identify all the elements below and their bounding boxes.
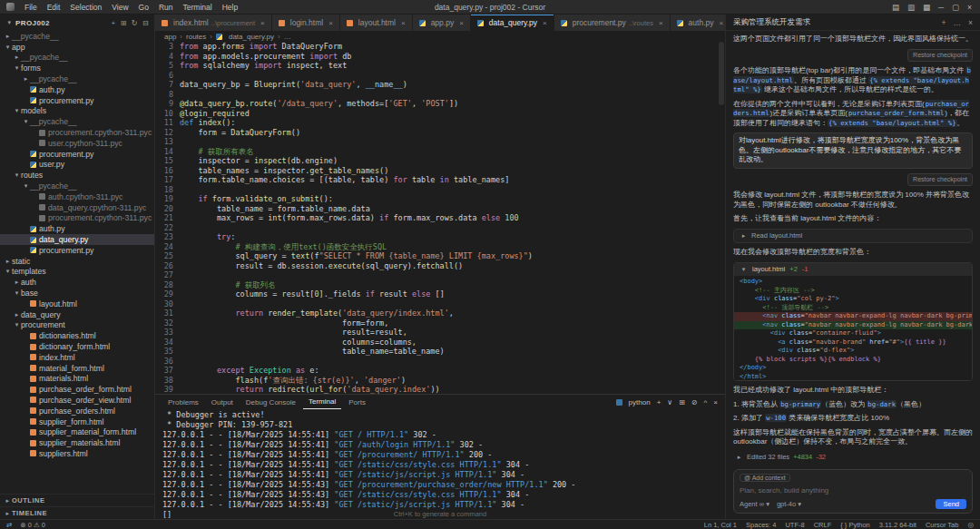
tree-folder-__pycache__[interactable]: ▾__pycache__ xyxy=(0,116,154,127)
cursor-position[interactable]: Ln 1, Col 1 xyxy=(704,521,737,529)
code-line[interactable]: 32 form=form, xyxy=(155,318,725,328)
close-tab-icon[interactable]: × xyxy=(659,19,663,27)
tree-file-suppliers.html[interactable]: suppliers.html xyxy=(0,448,154,459)
tree-file-supplier_materials.html[interactable]: supplier_materials.html xyxy=(0,437,154,448)
python-version[interactable]: 3.11.2 64-bit xyxy=(879,521,916,529)
tree-folder-models[interactable]: ▾models xyxy=(0,106,154,117)
close-tab-icon[interactable]: × xyxy=(328,19,333,27)
tree-folder-data_query[interactable]: ▸data_query xyxy=(0,309,154,320)
code-line[interactable]: 9@data_query_bp.route('/data_query', met… xyxy=(155,99,725,109)
timeline-section[interactable]: ▸ TIMELINE xyxy=(0,506,154,519)
tree-file-auth.cpython-311.pyc[interactable]: auth.cpython-311.pyc xyxy=(0,191,154,202)
code-line[interactable]: 35 table_name=table_name) xyxy=(155,347,725,357)
new-terminal-icon[interactable]: + xyxy=(657,398,662,407)
code-line[interactable]: 17 form.table_name.choices = [(table, ta… xyxy=(155,175,725,185)
tree-folder-base[interactable]: ▾base xyxy=(0,288,154,299)
tree-file-supplier_material_form.html[interactable]: supplier_material_form.html xyxy=(0,426,154,437)
collapse-folders-icon[interactable]: ⊟ xyxy=(142,19,149,27)
tree-file-procurement.cpython-311.pyc[interactable]: procurement.cpython-311.pyc xyxy=(0,213,154,224)
tree-file-procurement.cpython-311.pyc[interactable]: procurement.cpython-311.pyc xyxy=(0,127,154,138)
editor-tab-procurement.py[interactable]: procurement.py..\routes× xyxy=(554,15,671,31)
code-line[interactable]: 23 try: xyxy=(155,232,725,242)
kill-terminal-icon[interactable]: ⊘ xyxy=(691,398,698,407)
editor-scrollbar[interactable] xyxy=(719,42,724,105)
code-line[interactable]: 37 except Exception as e: xyxy=(155,366,725,376)
close-panel-icon[interactable]: × xyxy=(713,398,718,407)
code-line[interactable]: 27 xyxy=(155,270,725,280)
tree-file-user.py[interactable]: user.py xyxy=(0,160,154,171)
tree-file-data_query.py[interactable]: data_query.py xyxy=(0,234,154,245)
code-line[interactable]: 13 xyxy=(155,137,725,147)
layout-sidebar-icon[interactable]: ▥ xyxy=(907,3,915,12)
new-chat-icon[interactable]: + xyxy=(942,18,946,27)
chat-input[interactable]: @ Add context Plan, search, build anythi… xyxy=(733,469,973,514)
menu-selection[interactable]: Selection xyxy=(65,3,106,12)
code-line[interactable]: 15 inspector = inspect(db.engine) xyxy=(155,156,725,166)
send-button[interactable]: Send xyxy=(936,499,966,509)
tool-call-read-file[interactable]: ▸Read layout.html xyxy=(733,229,973,244)
menu-file[interactable]: File xyxy=(20,3,42,12)
code-line[interactable]: 38 flash(f'查询出错: {str(e)}', 'danger') xyxy=(155,376,725,386)
tree-file-materials.html[interactable]: materials.html xyxy=(0,374,154,385)
add-context-button[interactable]: @ Add context xyxy=(740,474,790,482)
breadcrumb[interactable]: app›routes›data_query.py›… xyxy=(155,31,725,42)
tree-file-data_query.cpython-311.pyc[interactable]: data_query.cpython-311.pyc xyxy=(0,202,154,213)
problems-indicator[interactable]: ⊗ 0 ⚠ 0 xyxy=(20,521,45,529)
tree-folder-procurement[interactable]: ▾procurement xyxy=(0,320,154,331)
restore-checkpoint-button[interactable]: Restore checkpoint xyxy=(907,49,973,63)
close-icon[interactable]: × xyxy=(967,3,972,12)
maximize-icon[interactable]: ▢ xyxy=(952,3,959,12)
code-editor[interactable]: 3from app.forms import DataQueryForm4fro… xyxy=(155,42,725,394)
tree-file-index.html[interactable]: index.html xyxy=(0,352,154,363)
layout-panel-icon[interactable]: ▤ xyxy=(892,3,899,12)
tree-file-procurement.py[interactable]: procurement.py xyxy=(0,245,154,256)
tree-folder-templates[interactable]: ▾templates xyxy=(0,267,154,278)
tree-file-layout.html[interactable]: layout.html xyxy=(0,299,154,309)
tree-file-procurement.py[interactable]: procurement.py xyxy=(0,95,154,106)
menu-run[interactable]: Run xyxy=(154,3,178,12)
notifications-bell-icon[interactable]: ◎ xyxy=(967,521,974,529)
model-selector[interactable]: gpt-4o ▾ xyxy=(777,500,801,508)
editor-tab-index.html[interactable]: index.html..\procurement× xyxy=(155,15,272,31)
editor-tab-layout.html[interactable]: layout.html× xyxy=(340,15,413,31)
explorer-header[interactable]: ▾ PROJ002 +⊞↻⊟ xyxy=(0,15,154,31)
encoding[interactable]: UTF-8 xyxy=(785,521,804,529)
code-line[interactable]: 34 columns=columns, xyxy=(155,338,725,348)
tree-folder-app[interactable]: ▾app xyxy=(0,42,154,53)
code-line[interactable]: 29 columns = result[0]._fields if result… xyxy=(155,289,725,299)
code-line[interactable]: 21 max_rows = int(form.max_rows.data) if… xyxy=(155,213,725,223)
editor-tab-auth.py[interactable]: auth.py× xyxy=(671,15,731,31)
code-line[interactable]: 3from app.forms import DataQueryForm xyxy=(155,42,725,52)
code-line[interactable]: 20 table_name = form.table_name.data xyxy=(155,204,725,214)
code-line[interactable]: 18 xyxy=(155,185,725,195)
outline-section[interactable]: ▸ OUTLINE xyxy=(0,494,154,506)
code-line[interactable]: 4from app.models.procurement import db xyxy=(155,52,725,62)
chat-more-options-icon[interactable]: … xyxy=(954,18,962,27)
close-chat-icon[interactable]: × xyxy=(968,18,973,27)
cursor-tab[interactable]: Cursor Tab xyxy=(926,521,959,529)
new-file-icon[interactable]: + xyxy=(112,19,116,27)
code-line[interactable]: 12 form = DataQueryForm() xyxy=(155,128,725,138)
code-line[interactable]: 25 sql_query = text(f"SELECT * FROM {tab… xyxy=(155,251,725,261)
tree-file-purchase_order_form.html[interactable]: purchase_order_form.html xyxy=(0,384,154,395)
restore-checkpoint-button[interactable]: Restore checkpoint xyxy=(907,173,973,187)
tree-folder-routes[interactable]: ▾routes xyxy=(0,170,154,181)
menu-view[interactable]: View xyxy=(107,3,132,12)
close-tab-icon[interactable]: × xyxy=(260,19,265,27)
language-mode[interactable]: { } Python xyxy=(840,521,870,529)
code-line[interactable]: 6 xyxy=(155,71,725,81)
panel-tab-debug-console[interactable]: Debug Console xyxy=(240,395,301,409)
tree-file-supplier_form.html[interactable]: supplier_form.html xyxy=(0,416,154,427)
shell-label[interactable]: python xyxy=(629,398,651,407)
breadcrumb-item[interactable]: data_query.py xyxy=(229,33,274,41)
code-line[interactable]: 24 # 构建查询，使用text()函数安全执行SQL xyxy=(155,242,725,252)
code-diff-card[interactable]: ▾layout.html+2-1<body> <!-- 主内容区 --> <di… xyxy=(733,262,973,382)
breadcrumb-item[interactable]: routes xyxy=(186,33,206,41)
code-line[interactable]: 16 table_names = inspector.get_table_nam… xyxy=(155,166,725,176)
editor-tab-login.html[interactable]: login.html× xyxy=(272,15,340,31)
editor-tab-data_query.py[interactable]: data_query.py× xyxy=(471,15,554,31)
tree-folder-static[interactable]: ▸static xyxy=(0,256,154,267)
close-tab-icon[interactable]: × xyxy=(543,19,547,27)
tree-file-dictionary_form.html[interactable]: dictionary_form.html xyxy=(0,341,154,352)
split-terminal-icon[interactable]: ⊞ xyxy=(679,398,685,407)
